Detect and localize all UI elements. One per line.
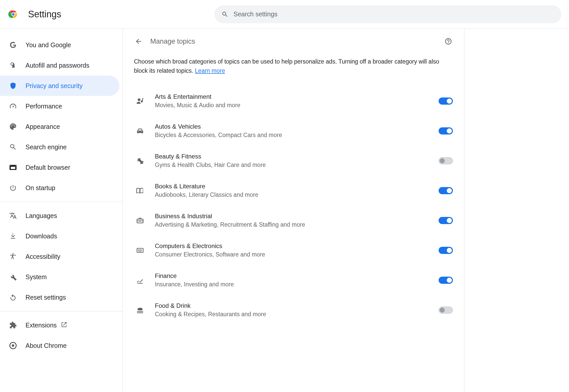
accessibility-icon — [9, 253, 26, 260]
sidebar-item-extensions[interactable]: Extensions — [0, 315, 119, 335]
topic-toggle[interactable] — [439, 127, 453, 134]
topic-title: Beauty & Fitness — [155, 153, 439, 160]
topic-text: Books & LiteratureAudiobooks, Literary C… — [155, 183, 439, 198]
search-input[interactable] — [233, 10, 554, 18]
palette-icon — [9, 123, 26, 130]
topic-subtitle: Bicycles & Accessories, Compact Cars and… — [155, 132, 439, 139]
sidebar-item-languages[interactable]: Languages — [0, 205, 119, 226]
help-button[interactable] — [443, 36, 454, 47]
page-header: Manage topics — [133, 36, 454, 47]
sidebar-item-system[interactable]: System — [0, 267, 119, 287]
download-icon — [9, 232, 26, 240]
topic-row: Books & LiteratureAudiobooks, Literary C… — [133, 176, 454, 205]
topic-toggle[interactable] — [439, 217, 453, 224]
sidebar-item-about[interactable]: About Chrome — [0, 335, 119, 356]
sidebar-item-label: Downloads — [26, 232, 57, 240]
topic-row: Business & IndustrialAdvertising & Marke… — [133, 205, 454, 235]
description-text: Choose which broad categories of topics … — [134, 58, 439, 74]
app-header: Settings — [0, 0, 569, 29]
sidebar-item-autofill[interactable]: Autofill and passwords — [0, 55, 119, 76]
main-content: Manage topics Choose which broad categor… — [122, 29, 464, 392]
sidebar-item-label: Languages — [26, 212, 57, 219]
topic-toggle[interactable] — [439, 97, 453, 105]
topic-title: Books & Literature — [155, 183, 439, 190]
topic-title: Autos & Vehicles — [155, 123, 439, 130]
sidebar-item-label: System — [26, 273, 47, 281]
arrow-back-icon — [135, 38, 142, 45]
sidebar-item-downloads[interactable]: Downloads — [0, 226, 119, 246]
chart-icon — [136, 276, 155, 284]
app-title: Settings — [28, 9, 61, 20]
topic-row: Beauty & FitnessGyms & Health Clubs, Hai… — [133, 146, 454, 176]
topic-text: Arts & EntertainmentMovies, Music & Audi… — [155, 93, 439, 109]
topic-toggle[interactable] — [439, 187, 453, 194]
person-music-icon — [136, 97, 155, 105]
search-container — [214, 5, 561, 23]
sidebar-item-label: Privacy and security — [26, 82, 83, 90]
topic-toggle[interactable] — [439, 157, 453, 164]
sidebar-item-label: Accessibility — [26, 253, 60, 260]
sidebar-item-search-engine[interactable]: Search engine — [0, 137, 119, 157]
open-external-icon — [61, 321, 67, 329]
help-icon — [444, 38, 452, 45]
topic-subtitle: Insurance, Investing and more — [155, 281, 439, 288]
sidebar-item-label: About Chrome — [26, 342, 67, 349]
chrome-small-icon — [9, 342, 26, 349]
topic-toggle[interactable] — [439, 247, 453, 254]
topic-subtitle: Consumer Electronics, Software and more — [155, 251, 439, 258]
sidebar-item-label: You and Google — [26, 41, 71, 49]
sidebar-item-performance[interactable]: Performance — [0, 96, 119, 116]
topic-subtitle: Audiobooks, Literary Classics and more — [155, 191, 439, 198]
page-description: Choose which broad categories of topics … — [133, 57, 454, 75]
sidebar-divider — [0, 311, 122, 311]
learn-more-link[interactable]: Learn more — [195, 67, 225, 74]
topic-title: Finance — [155, 272, 439, 279]
topic-text: Computers & ElectronicsConsumer Electron… — [155, 242, 439, 258]
search-box[interactable] — [214, 5, 561, 23]
topic-title: Food & Drink — [155, 302, 439, 309]
sidebar-item-privacy[interactable]: Privacy and security — [0, 76, 119, 96]
topic-text: FinanceInsurance, Investing and more — [155, 272, 439, 288]
shield-icon — [9, 82, 26, 90]
browser-icon — [9, 164, 26, 171]
extension-icon — [9, 321, 26, 329]
topic-row: Computers & ElectronicsConsumer Electron… — [133, 235, 454, 265]
topic-text: Beauty & FitnessGyms & Health Clubs, Hai… — [155, 153, 439, 168]
power-icon — [9, 184, 26, 192]
topic-subtitle: Gyms & Health Clubs, Hair Care and more — [155, 162, 439, 168]
sidebar-item-label: Default browser — [26, 164, 70, 171]
google-icon — [9, 41, 26, 49]
sidebar-item-you-and-google[interactable]: You and Google — [0, 35, 119, 55]
sidebar-item-accessibility[interactable]: Accessibility — [0, 246, 119, 267]
sidebar-item-reset[interactable]: Reset settings — [0, 287, 119, 308]
topic-row: FinanceInsurance, Investing and more — [133, 265, 454, 295]
topic-row: Food & DrinkCooking & Recipes, Restauran… — [133, 295, 454, 325]
topic-row: Arts & EntertainmentMovies, Music & Audi… — [133, 86, 454, 116]
sidebar-item-label: Reset settings — [26, 294, 66, 301]
sidebar-item-on-startup[interactable]: On startup — [0, 178, 119, 198]
topic-subtitle: Movies, Music & Audio and more — [155, 102, 439, 109]
topic-row: Autos & VehiclesBicycles & Accessories, … — [133, 116, 454, 146]
book-icon — [136, 187, 155, 195]
topic-text: Business & IndustrialAdvertising & Marke… — [155, 213, 439, 228]
page-title: Manage topics — [150, 38, 195, 45]
topic-toggle[interactable] — [439, 307, 453, 314]
topic-title: Computers & Electronics — [155, 242, 439, 250]
search-icon — [221, 11, 228, 18]
food-icon — [136, 306, 155, 314]
keyboard-icon — [136, 246, 155, 254]
sidebar-item-default-browser[interactable]: Default browser — [0, 157, 119, 178]
sidebar-item-appearance[interactable]: Appearance — [0, 116, 119, 137]
sidebar-divider — [0, 202, 122, 202]
fitness-icon — [136, 157, 155, 165]
topic-subtitle: Cooking & Recipes, Restaurants and more — [155, 311, 439, 318]
sidebar-item-label: Extensions — [26, 322, 57, 329]
translate-icon — [9, 212, 26, 219]
back-button[interactable] — [133, 36, 144, 47]
topic-toggle[interactable] — [439, 277, 453, 284]
sidebar: You and GoogleAutofill and passwordsPriv… — [0, 29, 122, 392]
topic-text: Food & DrinkCooking & Recipes, Restauran… — [155, 302, 439, 318]
key-icon — [9, 62, 26, 69]
topic-list: Arts & EntertainmentMovies, Music & Audi… — [133, 86, 454, 325]
topic-title: Business & Industrial — [155, 213, 439, 220]
